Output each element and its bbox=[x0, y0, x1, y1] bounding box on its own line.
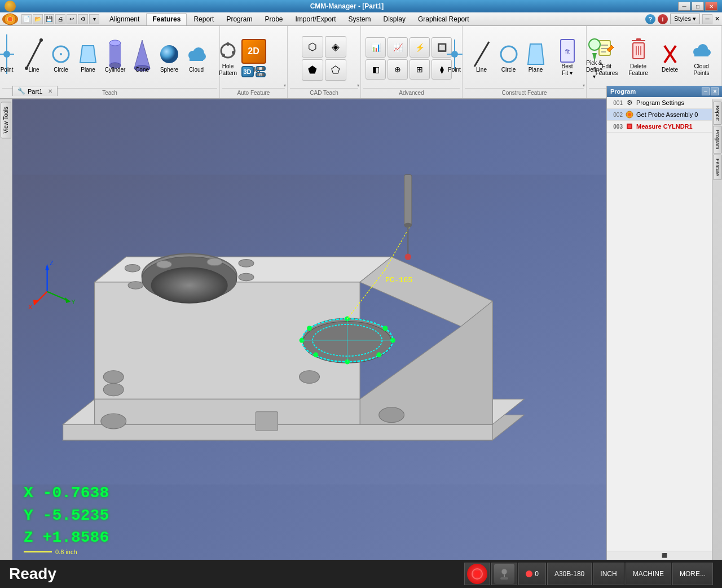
cloud-points-button[interactable]: CloudPoints bbox=[687, 37, 716, 79]
pick-define-button[interactable]: Pick &Define ▾ bbox=[582, 34, 607, 82]
help-button[interactable]: ? bbox=[645, 14, 655, 24]
cad-teach-icon3: ⬟ bbox=[308, 64, 317, 76]
delete-button[interactable]: Delete bbox=[655, 41, 685, 76]
ribbon-close-button[interactable]: ✕ bbox=[715, 15, 720, 23]
program-row-003[interactable]: 003 Measure CYLNDR1 bbox=[607, 121, 722, 133]
program-row-002[interactable]: 002 Get Probe Assembly 0 bbox=[607, 109, 722, 121]
part-tab-label: Part1 bbox=[28, 88, 42, 95]
construct-point-button[interactable]: Point bbox=[442, 41, 467, 76]
cad-teach-section-label: CAD Teach bbox=[290, 88, 358, 96]
auto-feature-2d-button[interactable]: 2D bbox=[241, 39, 266, 64]
adv-btn7[interactable]: ⊞ bbox=[410, 59, 430, 80]
more-icon[interactable]: ▾ bbox=[89, 14, 99, 24]
tab-system[interactable]: System bbox=[343, 13, 377, 25]
z-label: Z bbox=[24, 529, 43, 546]
program-close-button[interactable]: ✕ bbox=[711, 87, 719, 95]
program-side-tab[interactable]: Program bbox=[713, 126, 722, 153]
y-value: -5.5235 bbox=[43, 507, 109, 524]
more-button[interactable]: MORE... bbox=[672, 563, 713, 585]
cad-teach-expand-icon[interactable]: ▾ bbox=[357, 83, 359, 88]
mode-button[interactable]: MACHINE bbox=[626, 563, 671, 585]
auto-feature-combo2[interactable]: ⊟ bbox=[256, 72, 266, 77]
minimize-button[interactable]: ─ bbox=[678, 2, 690, 11]
part-tab[interactable]: 🔧 Part1 ✕ bbox=[12, 86, 58, 96]
teach-cone-button[interactable]: Cone bbox=[130, 41, 155, 76]
cad-teach-btn2[interactable]: ◈ bbox=[325, 36, 346, 58]
y-label: Y bbox=[24, 507, 43, 524]
program-scrollbar[interactable]: ⬛ bbox=[607, 551, 722, 560]
joystick-button[interactable] bbox=[491, 563, 517, 585]
part-tab-close[interactable]: ✕ bbox=[48, 88, 52, 94]
construct-plane-button[interactable]: Plane bbox=[523, 41, 548, 76]
advanced-section-label: Advanced bbox=[363, 88, 460, 96]
auto-feature-3d-button[interactable]: 3D bbox=[241, 66, 254, 77]
program-row-002-text: Get Probe Assembly 0 bbox=[636, 111, 720, 118]
teach-cloud-button[interactable]: Cloud bbox=[184, 41, 209, 76]
scale-value: 0.8 inch bbox=[55, 548, 77, 555]
svg-rect-21 bbox=[190, 56, 203, 61]
adv-btn1[interactable]: 📊 bbox=[366, 37, 386, 58]
maximize-button[interactable]: □ bbox=[692, 2, 704, 11]
pick-define-icon bbox=[583, 36, 606, 59]
best-fit-button[interactable]: fit BestFit ▾ bbox=[555, 37, 580, 79]
tab-graphical-report[interactable]: Graphical Report bbox=[412, 13, 475, 25]
tab-report[interactable]: Report bbox=[188, 13, 219, 25]
menubar: 📄 📂 💾 🖨 ↩ ⚙ ▾ Alignment Features Report … bbox=[0, 12, 722, 26]
adv-btn6[interactable]: ⊕ bbox=[388, 59, 408, 80]
undo-icon[interactable]: ↩ bbox=[67, 14, 77, 24]
svg-point-96 bbox=[101, 414, 126, 429]
program-panel-title: Program bbox=[610, 88, 636, 95]
teach-sphere-button[interactable]: Sphere bbox=[157, 41, 182, 76]
tab-program[interactable]: Program bbox=[221, 13, 258, 25]
construct-expand-icon[interactable]: ▾ bbox=[583, 83, 585, 88]
stop-button[interactable] bbox=[464, 563, 490, 585]
teach-plane-button[interactable]: Plane bbox=[76, 41, 100, 76]
auto-feature-expand-icon[interactable]: ▾ bbox=[284, 83, 286, 88]
auto-feature-combo1[interactable]: ⊞ bbox=[256, 66, 266, 71]
svg-point-95 bbox=[300, 371, 320, 383]
tab-display[interactable]: Display bbox=[378, 13, 411, 25]
svg-line-30 bbox=[474, 42, 489, 67]
minimize-ribbon-icon[interactable]: ─ bbox=[702, 14, 712, 24]
teach-line-button[interactable]: Line bbox=[21, 41, 46, 76]
tab-probe[interactable]: Probe bbox=[259, 13, 288, 25]
construct-circle-button[interactable]: Circle bbox=[496, 41, 521, 76]
delete-feature-button[interactable]: DeleteFeature bbox=[624, 37, 653, 79]
construct-point-label: Point bbox=[448, 67, 461, 73]
teach-circle-button[interactable]: Circle bbox=[49, 41, 73, 76]
program-row-001-text: Program Settings bbox=[636, 99, 720, 106]
tab-alignment[interactable]: Alignment bbox=[104, 13, 145, 25]
machine-type-button[interactable]: A30B-180 bbox=[547, 563, 592, 585]
close-button[interactable]: ✕ bbox=[705, 2, 717, 11]
sidebar-view-tools[interactable]: View Tools bbox=[1, 102, 11, 138]
teach-cylinder-button[interactable]: Cylinder bbox=[103, 41, 127, 76]
probe-status-button[interactable]: 0 bbox=[518, 563, 546, 585]
print-icon[interactable]: 🖨 bbox=[55, 14, 65, 24]
adv-btn3[interactable]: ⚡ bbox=[410, 37, 430, 58]
cad-teach-btn3[interactable]: ⬟ bbox=[302, 59, 323, 81]
info-button[interactable]: i bbox=[658, 14, 668, 24]
main-viewport[interactable]: PC-165 Z Y X X bbox=[12, 99, 606, 560]
construct-line-icon bbox=[470, 43, 493, 65]
adv-btn2[interactable]: 📈 bbox=[388, 37, 408, 58]
styles-button[interactable]: Styles ▾ bbox=[670, 14, 700, 24]
new-icon[interactable]: 📄 bbox=[21, 14, 32, 24]
save-icon[interactable]: 💾 bbox=[44, 14, 54, 24]
tab-import-export[interactable]: Import/Export bbox=[289, 13, 341, 25]
program-minimize-button[interactable]: ─ bbox=[702, 87, 710, 95]
report-side-tab[interactable]: Report bbox=[713, 102, 722, 125]
teach-point-label: Point bbox=[1, 67, 14, 73]
cad-teach-btn1[interactable]: ⬡ bbox=[302, 36, 323, 58]
tab-features[interactable]: Features bbox=[146, 13, 187, 25]
cad-teach-btn4[interactable]: ⬠ bbox=[325, 59, 346, 81]
settings-icon[interactable]: ⚙ bbox=[78, 14, 88, 24]
construct-controls: Point Line Circle bbox=[465, 28, 584, 88]
open-icon[interactable]: 📂 bbox=[33, 14, 43, 24]
teach-point-button[interactable]: Point bbox=[0, 41, 19, 76]
feature-side-tab[interactable]: Feature bbox=[713, 155, 722, 180]
adv-icon3: ⚡ bbox=[415, 43, 425, 52]
adv-btn5[interactable]: ◧ bbox=[366, 59, 386, 80]
program-row-001[interactable]: 001 ⚙ Program Settings bbox=[607, 97, 722, 109]
unit-button[interactable]: INCH bbox=[593, 563, 624, 585]
construct-line-button[interactable]: Line bbox=[469, 41, 494, 76]
